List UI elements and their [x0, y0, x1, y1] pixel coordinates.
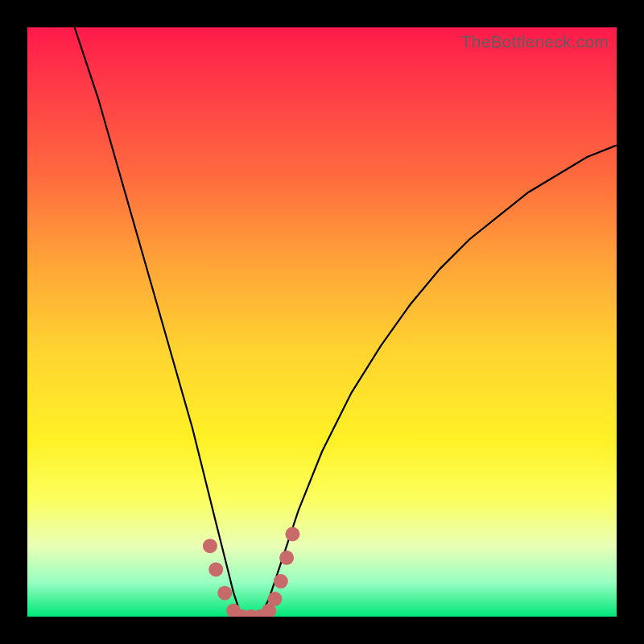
marker-dot: [267, 592, 282, 606]
marker-dot: [208, 562, 223, 576]
marker-dot: [279, 551, 294, 565]
marker-dot: [217, 586, 232, 601]
marker-dot: [274, 574, 288, 588]
marker-dot: [203, 539, 217, 553]
bottleneck-curve-path: [75, 27, 617, 617]
curve-svg: [27, 27, 617, 617]
highlight-markers: [203, 527, 300, 617]
outer-frame: TheBottleneck.com: [0, 0, 644, 644]
marker-dot: [285, 527, 299, 542]
plot-area: TheBottleneck.com: [27, 27, 617, 617]
